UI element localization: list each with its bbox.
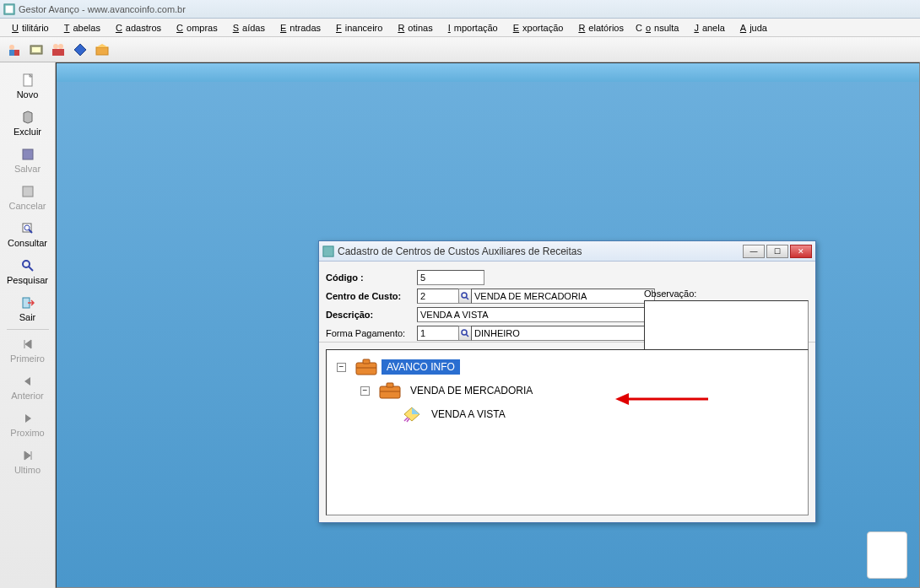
menu-item-consulta[interactable]: Consulta [632,21,682,35]
magnifier-icon [461,292,469,300]
toolbar-btn-2[interactable] [27,40,46,59]
sidebar-sair[interactable]: Sair [3,290,53,327]
textarea-observacao[interactable] [644,300,809,353]
sidebar-label: Salvar [3,164,53,174]
svg-rect-9 [52,49,64,56]
sidebar-excluir[interactable]: Excluir [3,105,53,142]
svg-rect-6 [32,47,41,52]
child-window-cadastro: Cadastro de Centros de Custos Auxiliares… [318,240,816,523]
svg-point-7 [53,44,58,49]
lookup-forma-button[interactable] [458,326,472,341]
label-centro: Centro de Custo: [326,291,417,301]
tree-leaf-row[interactable]: VENDA A VISTA [332,402,803,426]
menu-item-relatórios[interactable]: Relatórios [571,21,627,35]
toolbar-btn-5[interactable] [93,40,111,59]
tree-collapse-child[interactable]: − [360,386,370,396]
svg-point-8 [58,44,63,49]
left-sidebar: NovoExcluirSalvarCancelarConsultarPesqui… [0,62,56,588]
menu-item-compras[interactable]: Compras [170,21,221,35]
sidebar-label: Primeiro [3,353,53,364]
sidebar-separator [7,329,49,330]
minimize-button[interactable]: — [743,245,765,258]
input-centro-num[interactable] [417,289,459,304]
svg-rect-15 [23,186,33,197]
tree-root-row[interactable]: − AVANCO INFO [332,355,803,379]
mdi-area: Cadastro de Centros de Custos Auxiliares… [56,62,920,588]
menu-item-rotinas[interactable]: Rotinas [391,21,436,35]
app-title: Gestor Avanço - www.avancoinfo.com.br [19,4,186,14]
tree-view[interactable]: − AVANCO INFO − VENDA DE MERCADORIA VEND… [326,349,809,515]
briefcase-icon [378,381,402,400]
next-icon [3,411,53,426]
input-centro-desc[interactable] [471,289,655,304]
tree-child-label[interactable]: VENDA DE MERCADORIA [405,383,538,398]
tree-root-label[interactable]: AVANCO INFO [382,359,460,375]
sidebar-consultar[interactable]: Consultar [3,216,53,253]
menu-item-saídas[interactable]: Saídas [226,21,268,35]
label-descricao: Descrição: [326,310,417,320]
magnifier-icon [461,329,469,337]
svg-rect-3 [9,50,14,56]
menu-item-janela[interactable]: Janela [687,21,728,35]
toolbar-btn-1[interactable] [5,40,24,59]
child-titlebar[interactable]: Cadastro de Centros de Custos Auxiliares… [319,241,815,262]
sidebar-primeiro: Primeiro [3,332,53,369]
svg-point-2 [9,45,14,50]
tree-child-row[interactable]: − VENDA DE MERCADORIA [332,379,803,402]
sidebar-label: Anterior [3,391,53,401]
cancel-icon [3,184,53,199]
label-forma: Forma Pagamento: [326,328,417,338]
menu-item-cadastros[interactable]: Cadastros [109,21,165,35]
menu-item-entradas[interactable]: Entradas [273,21,324,35]
sidebar-label: Pesquisar [3,275,53,285]
svg-rect-27 [356,363,376,375]
svg-rect-4 [14,50,19,56]
last-icon [3,448,53,463]
close-button[interactable]: ✕ [790,245,812,258]
toolbar-btn-3[interactable] [49,40,68,59]
tree-collapse-root[interactable]: − [337,363,346,372]
svg-rect-30 [380,386,400,398]
briefcase-icon [354,358,378,376]
svg-rect-11 [96,47,108,55]
sidebar-ultimo: Ultimo [3,443,53,480]
menu-item-importação[interactable]: Importação [441,21,501,35]
main-titlebar: Gestor Avanço - www.avancoinfo.com.br [0,0,920,19]
top-toolbar [0,37,920,62]
svg-point-19 [23,261,30,267]
label-codigo: Código : [326,272,417,283]
first-icon [3,337,53,352]
sidebar-salvar: Salvar [3,142,53,179]
menubar: UtilitárioTabelasCadastrosComprasSaídasE… [0,19,920,37]
sidebar-label: Ultimo [3,465,53,475]
menu-item-tabelas[interactable]: Tabelas [57,21,104,35]
exit-icon [3,295,53,310]
sidebar-novo[interactable]: Novo [3,67,53,105]
input-forma-desc[interactable] [471,326,655,341]
menu-item-ajuda[interactable]: Ajuda [733,21,771,35]
app-icon [3,3,15,15]
svg-rect-31 [387,383,393,387]
menu-item-exportação[interactable]: Exportação [506,21,567,35]
lookup-centro-button[interactable] [458,289,472,304]
maximize-button[interactable]: ☐ [766,245,788,258]
input-descricao[interactable] [417,307,658,322]
child-window-title: Cadastro de Centros de Custos Auxiliares… [338,245,743,257]
svg-line-20 [29,267,33,271]
menu-item-utilitário[interactable]: Utilitário [5,21,52,35]
svg-rect-28 [363,359,370,364]
input-codigo[interactable] [417,270,484,285]
sidebar-label: Sair [3,312,53,322]
menu-item-financeiro[interactable]: Financeiro [329,21,386,35]
sidebar-pesquisar[interactable]: Pesquisar [3,253,53,290]
sidebar-cancelar: Cancelar [3,179,53,216]
sidebar-label: Consultar [3,238,53,248]
form-area: Código : Centro de Custo: Descrição: [319,262,815,343]
input-forma-num[interactable] [417,326,459,341]
svg-line-24 [466,297,468,299]
file-icon [3,73,53,88]
tree-leaf-label[interactable]: VENDA A VISTA [426,407,511,422]
svg-marker-10 [74,44,86,56]
search-icon [3,258,53,273]
toolbar-btn-4[interactable] [71,40,89,59]
